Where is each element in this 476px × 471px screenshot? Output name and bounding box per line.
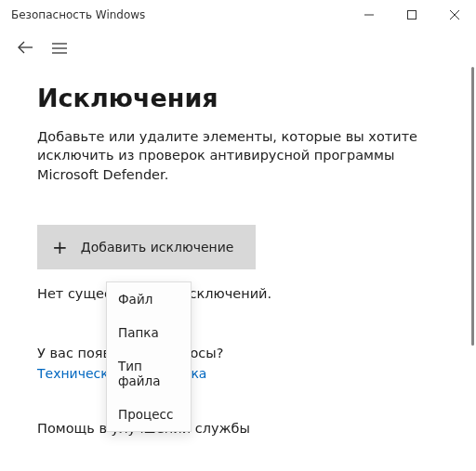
back-button[interactable] — [17, 40, 33, 58]
exclusion-type-dropdown: Файл Папка Тип файла Процесс — [106, 281, 192, 432]
plus-icon: + — [52, 236, 68, 258]
maximize-button[interactable] — [390, 0, 433, 30]
close-button[interactable] — [433, 0, 476, 30]
titlebar: Безопасность Windows — [0, 0, 476, 30]
add-button-label: Добавить исключение — [81, 240, 234, 255]
svg-rect-1 — [408, 11, 416, 20]
scrollbar[interactable] — [471, 67, 474, 346]
menu-button[interactable] — [52, 40, 67, 58]
status-text: Нет существующих исключений. — [37, 286, 439, 301]
footer-heading: Помощь в улучшении службы — [37, 421, 439, 436]
toolbar — [0, 30, 476, 67]
dropdown-item-filetype[interactable]: Тип файла — [107, 349, 191, 398]
page-title: Исключения — [37, 84, 439, 112]
dropdown-item-file[interactable]: Файл — [107, 282, 191, 316]
minimize-button[interactable] — [348, 0, 390, 30]
add-exclusion-button[interactable]: + Добавить исключение — [37, 225, 256, 269]
question-text: У вас появились вопросы? — [37, 346, 439, 360]
page-description: Добавьте или удалите элементы, которые в… — [37, 127, 439, 184]
window-title: Безопасность Windows — [11, 8, 145, 21]
dropdown-item-process[interactable]: Процесс — [107, 398, 191, 431]
content: Исключения Добавьте или удалите элементы… — [0, 67, 476, 436]
dropdown-item-folder[interactable]: Папка — [107, 316, 191, 349]
